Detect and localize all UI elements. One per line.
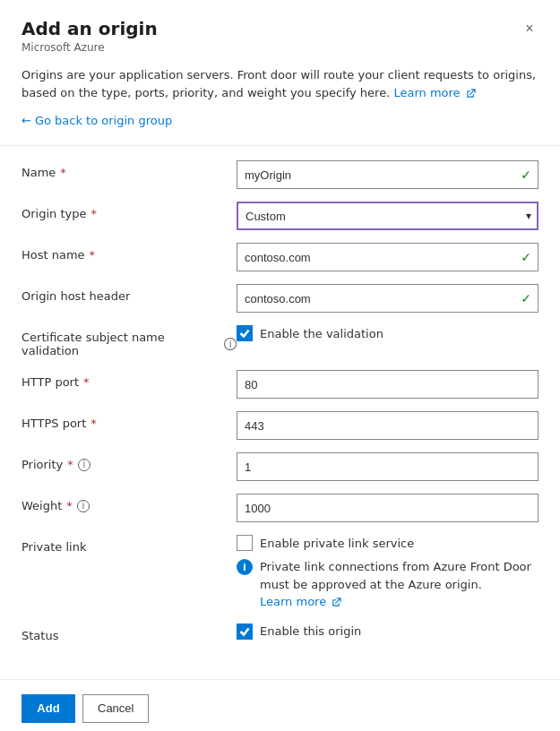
cancel-button[interactable]: Cancel — [82, 694, 149, 723]
origin-host-header-input-wrapper: ✓ — [237, 284, 538, 313]
weight-row: Weight * i — [22, 494, 538, 522]
origin-host-header-label: Origin host header — [22, 284, 237, 303]
http-port-row: HTTP port * — [22, 370, 538, 399]
name-required-marker: * — [60, 166, 66, 179]
status-row: Status Enable this origin — [22, 624, 538, 652]
host-name-row: Host name * ✓ — [22, 243, 538, 271]
private-link-row: Private link Enable private link service… — [22, 535, 538, 611]
form-body: Name * ✓ Origin type * Custom Stora — [0, 146, 560, 679]
priority-input[interactable] — [237, 452, 538, 481]
panel-title: Add an origin — [22, 18, 538, 39]
host-name-input[interactable] — [237, 243, 538, 271]
name-check-icon: ✓ — [521, 168, 531, 182]
private-link-control: Enable private link service i Private li… — [237, 535, 538, 611]
priority-control — [237, 452, 538, 481]
priority-label: Priority * i — [22, 452, 237, 471]
origin-host-header-input[interactable] — [237, 284, 538, 313]
description-learn-more-link[interactable]: Learn more — [393, 86, 475, 99]
weight-required-marker: * — [66, 499, 73, 512]
origin-type-select[interactable]: Custom Storage App Service — [237, 202, 538, 230]
priority-required-marker: * — [67, 458, 73, 471]
private-link-info-text: Private link connections from Azure Fron… — [260, 558, 538, 611]
weight-label: Weight * i — [22, 494, 237, 512]
https-port-required-marker: * — [90, 417, 97, 430]
close-button[interactable]: × — [517, 16, 542, 41]
origin-type-required-marker: * — [90, 207, 97, 220]
name-input[interactable] — [237, 160, 538, 189]
status-checkbox-row: Enable this origin — [237, 624, 538, 640]
panel-header: Add an origin Microsoft Azure × — [0, 0, 560, 66]
private-link-checkbox[interactable] — [237, 535, 253, 551]
host-name-control: ✓ — [237, 243, 538, 271]
weight-control — [237, 494, 538, 522]
https-port-control — [237, 411, 538, 440]
host-name-check-icon: ✓ — [521, 250, 531, 264]
cert-validation-checkbox[interactable] — [237, 325, 253, 341]
http-port-control — [237, 370, 538, 399]
back-arrow-icon: ← — [22, 114, 31, 127]
status-checkbox[interactable] — [237, 624, 253, 640]
http-port-required-marker: * — [83, 375, 90, 389]
origin-type-row: Origin type * Custom Storage App Service… — [22, 202, 538, 230]
back-to-origin-group-link[interactable]: ← Go back to origin group — [0, 114, 560, 127]
cert-validation-checkbox-row: Enable the validation — [237, 325, 538, 341]
host-name-required-marker: * — [90, 248, 96, 262]
add-origin-panel: Add an origin Microsoft Azure × Origins … — [0, 0, 560, 731]
private-link-external-icon — [332, 598, 341, 607]
origin-host-header-check-icon: ✓ — [521, 291, 531, 305]
http-port-input[interactable] — [237, 370, 538, 399]
origin-host-header-control: ✓ — [237, 284, 538, 313]
cert-validation-checkbox-label: Enable the validation — [260, 327, 383, 340]
panel-footer: Add Cancel — [0, 679, 560, 732]
weight-input[interactable] — [237, 494, 538, 522]
private-link-label: Private link — [22, 535, 237, 554]
cert-validation-info-icon[interactable]: i — [224, 338, 237, 350]
status-control: Enable this origin — [237, 624, 538, 640]
origin-host-header-row: Origin host header ✓ — [22, 284, 538, 313]
origin-type-control: Custom Storage App Service ▾ — [237, 202, 538, 230]
external-link-icon — [466, 89, 476, 99]
cert-validation-label: Certificate subject name validation i — [22, 325, 237, 357]
private-link-learn-more-link[interactable]: Learn more — [260, 595, 341, 608]
host-name-input-wrapper: ✓ — [237, 243, 538, 271]
name-label: Name * — [22, 160, 237, 179]
status-checkbox-label: Enable this origin — [260, 624, 361, 638]
private-link-info: i Private link connections from Azure Fr… — [237, 558, 538, 611]
weight-info-icon[interactable]: i — [77, 500, 90, 512]
https-port-row: HTTPS port * — [22, 411, 538, 440]
status-label: Status — [22, 624, 237, 642]
priority-info-icon[interactable]: i — [78, 459, 90, 471]
origin-type-label: Origin type * — [22, 202, 237, 220]
https-port-input[interactable] — [237, 411, 538, 440]
http-port-label: HTTP port * — [22, 370, 237, 389]
name-control: ✓ — [237, 160, 538, 189]
private-link-info-icon: i — [237, 559, 253, 575]
cert-validation-row: Certificate subject name validation i En… — [22, 325, 538, 357]
name-input-wrapper: ✓ — [237, 160, 538, 189]
private-link-checkbox-row: Enable private link service — [237, 535, 538, 551]
private-link-checkbox-label: Enable private link service — [260, 537, 414, 550]
priority-row: Priority * i — [22, 452, 538, 481]
origin-type-select-wrapper: Custom Storage App Service ▾ — [237, 202, 538, 230]
https-port-label: HTTPS port * — [22, 411, 237, 430]
panel-subtitle: Microsoft Azure — [22, 41, 538, 54]
name-row: Name * ✓ — [22, 160, 538, 189]
add-button[interactable]: Add — [22, 694, 75, 723]
description-text: Origins are your application servers. Fr… — [0, 66, 560, 101]
cert-validation-control: Enable the validation — [237, 325, 538, 341]
host-name-label: Host name * — [22, 243, 237, 262]
